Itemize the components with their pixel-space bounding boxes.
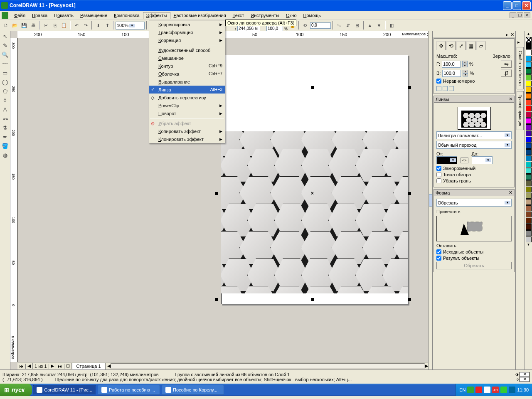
color-swatch[interactable] — [526, 99, 532, 105]
selection-handle[interactable] — [408, 86, 411, 89]
h-scrollbar[interactable]: ◀▶ — [107, 363, 428, 369]
tray-icon[interactable]: ATI — [492, 387, 499, 393]
color-swatch[interactable] — [526, 106, 532, 111]
new-icon[interactable]: 🗋 — [2, 21, 10, 30]
menu-показать[interactable]: Показать — [51, 12, 77, 19]
color-swatch[interactable] — [526, 112, 532, 118]
start-button[interactable]: пуск — [0, 384, 32, 396]
color-swatch[interactable] — [526, 149, 532, 155]
color-swatch[interactable] — [526, 168, 532, 174]
rectangle-tool[interactable]: ▭ — [1, 69, 10, 77]
blend-tool[interactable]: ⫘ — [1, 114, 10, 123]
fill-swatch[interactable]: ✕ — [520, 372, 530, 377]
mdi-restore[interactable]: ❐ — [517, 12, 523, 18]
rotation-input[interactable]: 0,0 — [310, 22, 331, 29]
rotate-icon[interactable]: ⟲ — [446, 41, 456, 50]
to-front-icon[interactable]: ▲ — [366, 21, 374, 30]
menu-item[interactable]: ✓ЛинзаAlt+F3 — [149, 86, 225, 94]
fill-tool[interactable]: 🪣 — [1, 142, 10, 150]
frozen-checkbox[interactable] — [436, 166, 441, 171]
color-swatch[interactable] — [526, 68, 532, 74]
open-icon[interactable]: 📂 — [11, 21, 19, 30]
color-swatch[interactable] — [526, 124, 532, 130]
close-button[interactable]: ✕ — [522, 1, 531, 10]
color-swatch[interactable] — [526, 205, 532, 211]
selection-handle[interactable] — [408, 298, 411, 301]
menu-помощь[interactable]: Помощь — [300, 12, 325, 19]
mdi-minimize[interactable]: _ — [510, 12, 516, 18]
first-page[interactable]: ⏮ — [17, 364, 26, 369]
scale-v-input[interactable]: 100,0 — [442, 70, 461, 77]
color-swatch[interactable] — [526, 199, 532, 205]
freehand-tool[interactable]: 〰 — [1, 59, 10, 68]
anchor-tr[interactable] — [449, 86, 454, 91]
color-swatch[interactable] — [526, 162, 532, 167]
nonuniform-checkbox[interactable] — [436, 79, 441, 84]
menu-item[interactable]: Корректировка▶ — [149, 20, 225, 28]
color-swatch[interactable] — [526, 87, 532, 93]
color-swatch[interactable] — [526, 224, 532, 230]
menu-item[interactable]: Копировать эффект▶ — [149, 127, 225, 135]
tray-icon[interactable] — [500, 387, 507, 393]
v-scrollbar-collapsed[interactable] — [428, 31, 432, 369]
interactive-fill-tool[interactable]: ◍ — [1, 151, 10, 160]
anchor-tc[interactable] — [443, 86, 448, 91]
rotate-icon[interactable]: ⟲ — [301, 21, 309, 30]
selection-handle[interactable] — [215, 192, 218, 195]
position-icon[interactable]: ✥ — [436, 41, 446, 50]
color-swatch[interactable] — [526, 49, 532, 55]
scale-icon[interactable]: ⤢ — [456, 41, 466, 50]
last-page[interactable]: ⏭ — [56, 364, 64, 369]
removeface-checkbox[interactable] — [436, 178, 441, 183]
tray-icon[interactable] — [484, 387, 490, 393]
basic-shapes-tool[interactable]: ◊ — [1, 96, 10, 105]
prev-page[interactable]: ◀ — [26, 363, 33, 369]
size-icon[interactable]: ▦ — [466, 41, 475, 50]
transform-tab[interactable]: Трансформация — [517, 91, 524, 130]
page-tab[interactable]: Страница 1 — [72, 363, 106, 369]
color-swatch[interactable] — [526, 131, 532, 136]
pick-tool[interactable]: ↖ — [1, 32, 10, 41]
color-swatch[interactable] — [526, 74, 532, 80]
color-swatch[interactable] — [526, 174, 532, 180]
menu-item[interactable]: ◇Добавить перспективу — [149, 94, 225, 101]
menu-item[interactable]: Коррекция▶ — [149, 36, 225, 44]
selection-center[interactable]: × — [311, 190, 314, 196]
selection-handle[interactable] — [408, 192, 411, 195]
tray-icon[interactable] — [509, 387, 515, 393]
ungroup-icon[interactable]: ⊟ — [353, 21, 362, 30]
menu-файл[interactable]: Файл — [11, 12, 29, 19]
menu-item[interactable]: Трансформация▶ — [149, 28, 225, 36]
no-color-swatch[interactable] — [526, 37, 532, 43]
color-swatch[interactable] — [526, 143, 532, 149]
menu-компоновка[interactable]: Компоновка — [111, 12, 143, 19]
redo-icon[interactable]: ↷ — [81, 21, 90, 30]
color-swatch[interactable] — [526, 93, 532, 99]
wrap-icon[interactable]: ◧ — [387, 21, 396, 30]
docker-close-icon[interactable]: ✕ — [510, 32, 515, 36]
doc-icon[interactable] — [2, 12, 8, 19]
copy-icon[interactable]: ⎘ — [51, 21, 59, 30]
menu-item[interactable]: ОболочкаCtrl+F7 — [149, 70, 225, 78]
export-icon[interactable]: ⬆ — [103, 21, 111, 30]
color-swatch[interactable] — [526, 81, 532, 86]
language-indicator[interactable]: EN — [459, 387, 466, 392]
menu-item[interactable]: Выдавливание — [149, 78, 225, 86]
tray-icon[interactable] — [467, 387, 474, 393]
viewpoint-checkbox[interactable] — [436, 172, 441, 177]
swap-colors[interactable]: <> — [461, 158, 468, 163]
zoom-combo[interactable]: 100%▼ — [116, 22, 145, 30]
mirror-h-button[interactable]: ⇋ — [501, 60, 512, 68]
color-swatch[interactable] — [526, 62, 532, 68]
anchor-tl[interactable] — [436, 86, 441, 91]
scale-h-input[interactable]: 100,0 — [442, 61, 461, 68]
menu-растровые изображения[interactable]: Растровые изображения — [170, 12, 229, 19]
color-swatch[interactable] — [526, 155, 532, 161]
outline-tool[interactable]: ✒ — [1, 133, 10, 141]
color-swatch[interactable] — [526, 236, 532, 242]
menu-item[interactable]: Смешанное — [149, 54, 225, 62]
clock[interactable]: 11:30 — [517, 387, 529, 392]
menu-item[interactable]: PowerClip▶ — [149, 101, 225, 109]
close-docker-icon[interactable]: ✕ — [509, 96, 512, 102]
outline-swatch[interactable]: ✕ — [520, 377, 530, 382]
